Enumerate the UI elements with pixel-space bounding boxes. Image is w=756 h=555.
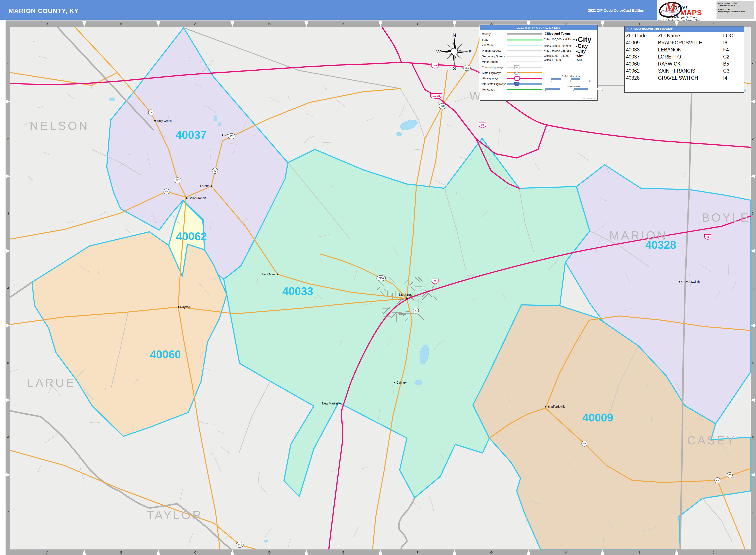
- grid-row-label: 3: [752, 212, 754, 215]
- svg-text:68: 68: [434, 280, 436, 283]
- zip-label-40037: 40037: [176, 129, 207, 141]
- county-label-larue: LARUE: [27, 376, 76, 389]
- grid-col-label: A: [46, 23, 48, 26]
- zip-index-cell: C2: [723, 53, 742, 60]
- contact-line: 1-888-434-MAPS (6277): [718, 4, 752, 7]
- zip-index-cell: I4: [723, 75, 742, 82]
- legend-shield-sample: 123: [514, 76, 520, 81]
- svg-text:150: 150: [433, 65, 437, 67]
- legend-road-items: CountyStateZIP CodePrimary StreetsSecond…: [480, 30, 543, 100]
- grid-col-label: F: [417, 551, 418, 554]
- page-title: MARION COUNTY, KY: [8, 7, 79, 14]
- legend-cities-column: Cities and Towns Cities 100,000 and Abov…: [543, 30, 597, 100]
- city-dot-icon: [576, 46, 577, 47]
- zip-index-header-cell: LOC: [723, 32, 742, 39]
- legend-item-state-highways: State Highways123: [482, 70, 542, 76]
- legend-item-label: Interstate Highways: [482, 82, 507, 86]
- grid-row-label: 4: [752, 286, 754, 290]
- state-highway-shield: 49: [715, 477, 720, 483]
- grid-col-label: E: [342, 23, 345, 26]
- svg-text:49: 49: [214, 169, 216, 172]
- zip-index-header-cell: ZIP Code: [626, 32, 658, 39]
- grid-row-label: 1: [7, 62, 9, 66]
- zip-index-cell: 40060: [626, 60, 658, 68]
- legend-box: 2021 Marion County, KY Map CountyStateZI…: [480, 25, 598, 101]
- zip-index-row-40033: 40033LEBANONF4: [626, 46, 742, 53]
- contact-line: mapsales@MarketMAPS.com: [718, 11, 752, 13]
- legend-item-us-highways: US Highways123: [482, 76, 542, 81]
- legend-shield-sample: 123: [514, 65, 519, 69]
- zip-index-cell: 40328: [626, 75, 658, 82]
- legend-city-class: Cities 5,000 - 24,999City: [544, 54, 596, 57]
- grid-row-label: 3: [7, 212, 9, 215]
- grid-row-label: 5: [752, 361, 754, 365]
- legend-line-swatch: [507, 59, 542, 64]
- compass-n-label: N: [453, 33, 456, 38]
- zip-index-cell: LEBANON: [658, 46, 723, 53]
- legend-city-class: Cities 100,000 and AboveCity: [544, 36, 596, 43]
- town-dot: [277, 274, 279, 275]
- city-sample-text: City: [576, 36, 591, 43]
- city-dot-icon: [576, 39, 577, 41]
- town-dot: [545, 406, 546, 408]
- zip-index-row-40009: 40009BRADFORDSVILLEI6: [626, 39, 742, 46]
- town-label-calvary: Calvary: [396, 381, 407, 384]
- us-highway-shield: 68: [705, 234, 711, 240]
- legend-cities-header: Cities and Towns: [545, 32, 596, 35]
- zip-index-cell: LORETTO: [658, 53, 723, 60]
- legend-title: 2021 Marion County, KY Map: [480, 25, 597, 30]
- zip-index-header-cell: ZIP Name: [658, 32, 723, 39]
- legend-item-state: State: [482, 37, 542, 42]
- town-label-raywick: Raywick: [180, 305, 192, 309]
- zip-index-table: ZIP CodeZIP NameLOC40009BRADFORDSVILLEI6…: [625, 32, 744, 82]
- legend-item-label: ZIP Code: [482, 44, 507, 47]
- scale-tick: 1: [570, 80, 571, 82]
- us-highway-shield: 150: [479, 123, 486, 128]
- town-label-saint-mary: Saint Mary: [261, 272, 276, 276]
- legend-line-swatch: [507, 43, 542, 47]
- svg-text:68: 68: [707, 236, 709, 238]
- svg-text:49: 49: [716, 479, 719, 481]
- legend-line-swatch: 123: [507, 71, 542, 75]
- grid-row-label: 7: [7, 510, 9, 514]
- title-bar: MARION COUNTY, KY 2021 ZIP Code ColorCas…: [0, 0, 657, 19]
- state-highway-shield: 52: [164, 189, 169, 194]
- svg-text:2154: 2154: [379, 277, 384, 280]
- legend-item-secondary-streets: Secondary Streets: [482, 53, 542, 59]
- scale-tick: 0: [545, 90, 546, 92]
- zip-label-40060: 40060: [150, 348, 181, 360]
- legend-line-swatch: [507, 87, 542, 92]
- legend-item-label: Toll Roads: [482, 88, 507, 91]
- grid-row-label: 2: [7, 137, 9, 141]
- city-dot-icon: [576, 59, 577, 60]
- zip-index-row-40062: 40062SAINT FRANCISC3: [626, 68, 742, 75]
- contact-line: CALL US TOLL FREE!: [718, 2, 752, 4]
- zip-index-cell: 40062: [626, 68, 658, 75]
- state-highway-shield: 49: [212, 168, 218, 174]
- svg-text:49: 49: [150, 111, 153, 114]
- grid-col-label: I: [639, 23, 640, 26]
- town-label-new-market: New Market: [322, 402, 338, 405]
- county-label-boyle: BOYLE: [702, 211, 750, 224]
- state-highway-shield: 2154: [377, 275, 386, 281]
- us-highway-shield: 150: [431, 63, 438, 68]
- legend-city-class: Cities 1 - 4,999City: [544, 58, 596, 61]
- zip-index-cell: 40033: [626, 46, 658, 53]
- svg-text:49: 49: [415, 309, 417, 312]
- edition-label: 2021 ZIP Code ColorCast Edition: [588, 8, 644, 13]
- compass-w-label: W: [436, 49, 441, 54]
- town-dot: [394, 382, 395, 383]
- city-sample-text: City: [576, 44, 588, 48]
- compass-s-label: S: [453, 66, 456, 71]
- svg-text:527: 527: [176, 179, 179, 182]
- svg-text:152: 152: [230, 135, 234, 137]
- grid-col-label: G: [490, 551, 493, 554]
- town-dot: [211, 185, 212, 187]
- legend-item-minor-streets: Minor Streets: [482, 59, 542, 65]
- legend-copyright: ©2021 MarketMAPS: [582, 98, 595, 99]
- svg-text:150-BR: 150-BR: [432, 95, 440, 97]
- zip-index-cell: 40037: [626, 53, 658, 60]
- compass-e-label: E: [469, 49, 472, 54]
- zip-index-cell: B5: [723, 60, 742, 68]
- grid-col-label: J: [713, 551, 715, 554]
